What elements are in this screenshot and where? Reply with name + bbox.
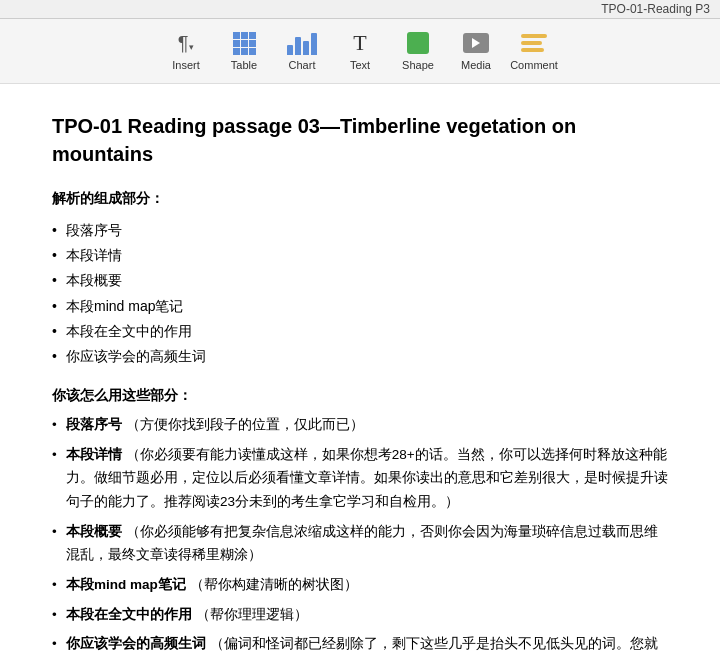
- chart-button[interactable]: Chart: [273, 25, 331, 75]
- list-item: 段落序号: [52, 218, 668, 243]
- media-label: Media: [461, 59, 491, 71]
- chart-label: Chart: [289, 59, 316, 71]
- list-item: 本段在全文中的作用 （帮你理理逻辑）: [52, 603, 668, 627]
- comment-button[interactable]: Comment: [505, 25, 563, 75]
- item0-text: （方便你找到段子的位置，仅此而已）: [126, 417, 364, 432]
- item0-bold: 段落序号: [66, 417, 122, 432]
- window-titlebar: TPO-01-Reading P3: [0, 0, 720, 19]
- list-item: 本段详情 （你必须要有能力读懂成这样，如果你想考28+的话。当然，你可以选择何时…: [52, 443, 668, 514]
- text-label: Text: [350, 59, 370, 71]
- item1-bold: 本段详情: [66, 447, 122, 462]
- list-item: 本段mind map笔记 （帮你构建清晰的树状图）: [52, 573, 668, 597]
- toolbar: ¶ ▾ Insert Table Chart T: [0, 19, 720, 84]
- text-button[interactable]: T Text: [331, 25, 389, 75]
- section2-list: 段落序号 （方便你找到段子的位置，仅此而已） 本段详情 （你必须要有能力读懂成这…: [52, 413, 668, 653]
- document-content: TPO-01 Reading passage 03—Timberline veg…: [0, 84, 720, 653]
- shape-button[interactable]: Shape: [389, 25, 447, 75]
- insert-button[interactable]: ¶ ▾ Insert: [157, 25, 215, 75]
- shape-icon: [404, 29, 432, 57]
- item5-bold: 你应该学会的高频生词: [66, 636, 206, 651]
- item4-bold: 本段在全文中的作用: [66, 607, 192, 622]
- insert-icon: ¶ ▾: [172, 29, 200, 57]
- item1-text: （你必须要有能力读懂成这样，如果你想考28+的话。当然，你可以选择何时释放这种能…: [66, 447, 668, 509]
- media-icon: [462, 29, 490, 57]
- shape-label: Shape: [402, 59, 434, 71]
- media-button[interactable]: Media: [447, 25, 505, 75]
- section1: 解析的组成部分： 段落序号 本段详情 本段概要 本段mind map笔记 本段在…: [52, 190, 668, 369]
- list-item: 本段详情: [52, 243, 668, 268]
- table-label: Table: [231, 59, 257, 71]
- chart-icon: [288, 29, 316, 57]
- item3-text: （帮你构建清晰的树状图）: [190, 577, 358, 592]
- table-icon: [230, 29, 258, 57]
- window-title: TPO-01-Reading P3: [601, 2, 710, 16]
- section2: 你该怎么用这些部分： 段落序号 （方便你找到段子的位置，仅此而已） 本段详情 （…: [52, 387, 668, 653]
- text-icon: T: [346, 29, 374, 57]
- document-title: TPO-01 Reading passage 03—Timberline veg…: [52, 112, 668, 168]
- list-item: 本段mind map笔记: [52, 294, 668, 319]
- section1-header: 解析的组成部分：: [52, 190, 668, 208]
- list-item: 本段概要 （你必须能够有把复杂信息浓缩成这样的能力，否则你会因为海量琐碎信息过载…: [52, 520, 668, 567]
- section1-list: 段落序号 本段详情 本段概要 本段mind map笔记 本段在全文中的作用 你应…: [52, 218, 668, 369]
- item3-bold: 本段mind map笔记: [66, 577, 186, 592]
- list-item: 你应该学会的高频生词 （偏词和怪词都已经剔除了，剩下这些几乎是抬头不见低头见的词…: [52, 632, 668, 653]
- comment-icon: [520, 29, 548, 57]
- list-item: 你应该学会的高频生词: [52, 344, 668, 369]
- item2-text: （你必须能够有把复杂信息浓缩成这样的能力，否则你会因为海量琐碎信息过载而思维混乱…: [66, 524, 658, 563]
- list-item: 段落序号 （方便你找到段子的位置，仅此而已）: [52, 413, 668, 437]
- item2-bold: 本段概要: [66, 524, 122, 539]
- list-item: 本段在全文中的作用: [52, 319, 668, 344]
- list-item: 本段概要: [52, 268, 668, 293]
- comment-label: Comment: [510, 59, 558, 71]
- item4-text: （帮你理理逻辑）: [196, 607, 308, 622]
- section2-header: 你该怎么用这些部分：: [52, 387, 668, 405]
- table-button[interactable]: Table: [215, 25, 273, 75]
- insert-label: Insert: [172, 59, 200, 71]
